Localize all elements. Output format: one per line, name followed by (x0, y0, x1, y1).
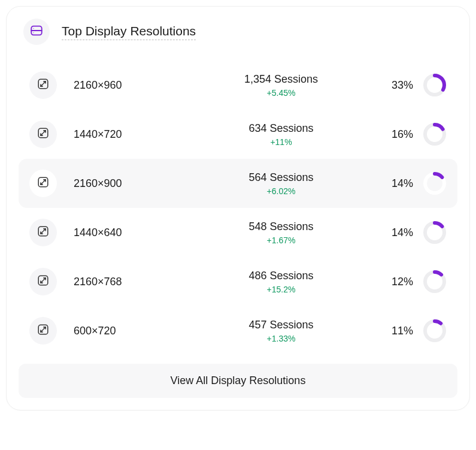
resolution-row[interactable]: 600×720457 Sessions+1.33%11% (19, 306, 457, 355)
svg-point-2 (33, 28, 34, 29)
change-badge: +11% (193, 137, 369, 147)
row-icon-wrap (29, 120, 57, 148)
row-icon-wrap (29, 219, 57, 246)
card-header: Top Display Resolutions (19, 19, 457, 45)
sessions-count: 457 Sessions (248, 319, 313, 331)
display-icon (30, 24, 43, 40)
expand-icon (37, 176, 50, 191)
sessions-count: 1,354 Sessions (244, 73, 318, 85)
header-icon-wrap (23, 19, 50, 45)
resolution-label: 2160×960 (74, 79, 193, 92)
resolution-label: 1440×640 (74, 226, 193, 239)
change-badge: +1.67% (193, 235, 369, 245)
resolution-label: 1440×720 (74, 128, 193, 141)
resolution-row[interactable]: 1440×720634 Sessions+11%16% (19, 110, 457, 159)
sessions-count: 634 Sessions (248, 122, 313, 134)
resolution-label: 2160×900 (74, 177, 193, 190)
row-icon-wrap (29, 71, 57, 99)
change-badge: +6.02% (193, 186, 369, 196)
svg-point-3 (33, 32, 34, 33)
expand-icon (37, 126, 50, 142)
sessions-column: 486 Sessions+15.2% (193, 270, 369, 294)
row-icon-wrap (29, 170, 57, 197)
sessions-column: 564 Sessions+6.02% (193, 171, 369, 196)
sessions-count: 486 Sessions (248, 270, 313, 282)
percentage-label: 33% (392, 79, 413, 92)
row-icon-wrap (29, 268, 57, 295)
resolution-row[interactable]: 2160×768486 Sessions+15.2%12% (19, 257, 457, 306)
progress-ring-icon (423, 270, 447, 294)
percentage-label: 11% (392, 325, 413, 337)
resolution-list: 2160×9601,354 Sessions+5.45%33%1440×7206… (19, 61, 457, 355)
change-badge: +1.33% (193, 334, 369, 343)
row-icon-wrap (29, 317, 57, 345)
resolution-label: 600×720 (74, 325, 193, 337)
progress-ring-icon (423, 319, 447, 343)
percentage-column: 33% (369, 73, 447, 97)
expand-icon (37, 274, 50, 289)
percentage-label: 14% (392, 177, 413, 190)
percentage-column: 11% (369, 319, 447, 343)
expand-icon (37, 77, 50, 93)
percentage-column: 12% (369, 270, 447, 294)
view-all-button[interactable]: View All Display Resolutions (19, 364, 457, 398)
progress-ring-icon (423, 73, 447, 97)
resolution-row[interactable]: 2160×9601,354 Sessions+5.45%33% (19, 61, 457, 110)
expand-icon (37, 323, 50, 339)
resolutions-card: Top Display Resolutions 2160×9601,354 Se… (6, 6, 470, 410)
percentage-column: 14% (369, 171, 447, 195)
resolution-row[interactable]: 2160×900564 Sessions+6.02%14% (19, 159, 457, 208)
percentage-column: 14% (369, 221, 447, 244)
card-title: Top Display Resolutions (62, 24, 196, 40)
progress-ring-icon (423, 171, 447, 195)
change-badge: +15.2% (193, 285, 369, 294)
percentage-label: 14% (392, 226, 413, 239)
percentage-label: 12% (392, 276, 413, 288)
change-badge: +5.45% (193, 88, 369, 98)
percentage-label: 16% (392, 128, 413, 141)
sessions-column: 548 Sessions+1.67% (193, 221, 369, 245)
resolution-row[interactable]: 1440×640548 Sessions+1.67%14% (19, 208, 457, 257)
progress-ring-icon (423, 122, 447, 146)
expand-icon (37, 225, 50, 240)
resolution-label: 2160×768 (74, 276, 193, 288)
percentage-column: 16% (369, 122, 447, 146)
sessions-count: 548 Sessions (248, 221, 313, 232)
sessions-count: 564 Sessions (248, 171, 313, 183)
progress-ring-icon (423, 221, 447, 244)
sessions-column: 634 Sessions+11% (193, 122, 369, 147)
sessions-column: 1,354 Sessions+5.45% (193, 73, 369, 98)
sessions-column: 457 Sessions+1.33% (193, 319, 369, 343)
